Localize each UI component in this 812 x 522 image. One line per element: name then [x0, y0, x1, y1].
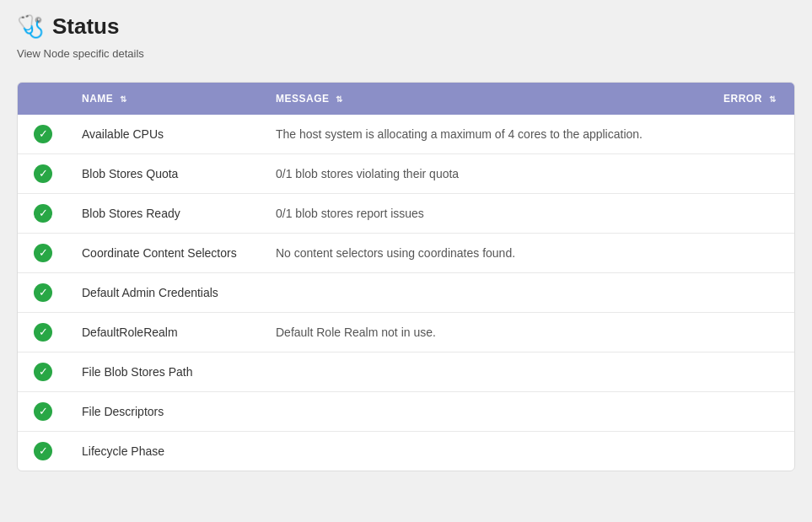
row-message — [262, 273, 710, 313]
row-error — [710, 115, 794, 154]
table-row: ✓DefaultRoleRealmDefault Role Realm not … — [18, 313, 794, 352]
page-container: 🩺 Status View Node specific details NAME… — [0, 0, 812, 485]
row-name: DefaultRoleRealm — [68, 313, 262, 352]
th-name[interactable]: NAME ⇅ — [68, 83, 262, 115]
name-sort-icon: ⇅ — [120, 94, 127, 104]
status-icon: 🩺 — [17, 13, 44, 40]
row-name: Default Admin Credentials — [68, 273, 262, 313]
check-icon: ✓ — [34, 164, 52, 183]
page-title: Status — [52, 13, 119, 40]
status-icon-cell: ✓ — [18, 234, 68, 273]
status-icon-cell: ✓ — [18, 313, 68, 352]
row-name: Available CPUs — [68, 115, 262, 154]
row-error — [710, 194, 794, 234]
row-name: Blob Stores Quota — [68, 154, 262, 194]
table-row: ✓Coordinate Content SelectorsNo content … — [18, 234, 794, 273]
row-error — [710, 234, 794, 273]
table-row: ✓Default Admin Credentials — [18, 273, 794, 313]
status-icon-cell: ✓ — [18, 115, 68, 154]
row-message — [262, 392, 710, 432]
page-header: 🩺 Status — [17, 13, 795, 40]
table-header: NAME ⇅ MESSAGE ⇅ ERROR ⇅ — [18, 83, 794, 115]
row-message: 0/1 blob stores violating their quota — [262, 154, 710, 194]
check-icon: ✓ — [34, 204, 52, 223]
row-name: Blob Stores Ready — [68, 194, 262, 234]
table-row: ✓Lifecycle Phase — [18, 432, 794, 471]
check-icon: ✓ — [34, 442, 52, 460]
th-error[interactable]: ERROR ⇅ — [710, 83, 794, 115]
message-sort-icon: ⇅ — [336, 94, 343, 104]
table-row: ✓Blob Stores Quota0/1 blob stores violat… — [18, 154, 794, 194]
check-icon: ✓ — [34, 363, 52, 381]
row-error — [710, 432, 794, 471]
row-error — [710, 154, 794, 194]
status-icon-cell: ✓ — [18, 352, 68, 392]
row-error — [710, 352, 794, 392]
table-row: ✓Blob Stores Ready0/1 blob stores report… — [18, 194, 794, 234]
row-message — [262, 432, 710, 471]
status-icon-cell: ✓ — [18, 273, 68, 313]
row-name: Coordinate Content Selectors — [68, 234, 262, 273]
status-icon-cell: ✓ — [18, 392, 68, 432]
row-error — [710, 273, 794, 313]
row-error — [710, 313, 794, 352]
check-icon: ✓ — [34, 283, 52, 302]
row-message: The host system is allocating a maximum … — [262, 115, 710, 154]
table-row: ✓Available CPUsThe host system is alloca… — [18, 115, 794, 154]
status-table: NAME ⇅ MESSAGE ⇅ ERROR ⇅ ✓Available CPUs… — [18, 83, 794, 471]
table-row: ✓File Blob Stores Path — [18, 352, 794, 392]
status-icon-cell: ✓ — [18, 154, 68, 194]
row-message — [262, 352, 710, 392]
check-icon: ✓ — [34, 323, 52, 342]
check-icon: ✓ — [34, 402, 52, 421]
status-icon-cell: ✓ — [18, 432, 68, 471]
status-table-wrapper: NAME ⇅ MESSAGE ⇅ ERROR ⇅ ✓Available CPUs… — [17, 82, 795, 471]
row-message: No content selectors using coordinates f… — [262, 234, 710, 273]
table-row: ✓File Descriptors — [18, 392, 794, 432]
view-node-link[interactable]: View Node specific details — [17, 47, 144, 60]
status-icon-cell: ✓ — [18, 194, 68, 234]
row-name: File Blob Stores Path — [68, 352, 262, 392]
row-name: Lifecycle Phase — [68, 432, 262, 471]
table-header-row: NAME ⇅ MESSAGE ⇅ ERROR ⇅ — [18, 83, 794, 115]
th-icon — [18, 83, 68, 115]
th-message[interactable]: MESSAGE ⇅ — [262, 83, 710, 115]
error-sort-icon: ⇅ — [769, 94, 777, 104]
check-icon: ✓ — [34, 244, 52, 262]
row-message: Default Role Realm not in use. — [262, 313, 710, 352]
row-error — [710, 392, 794, 432]
row-message: 0/1 blob stores report issues — [262, 194, 710, 234]
table-body: ✓Available CPUsThe host system is alloca… — [18, 115, 794, 471]
check-icon: ✓ — [34, 125, 52, 143]
row-name: File Descriptors — [68, 392, 262, 432]
